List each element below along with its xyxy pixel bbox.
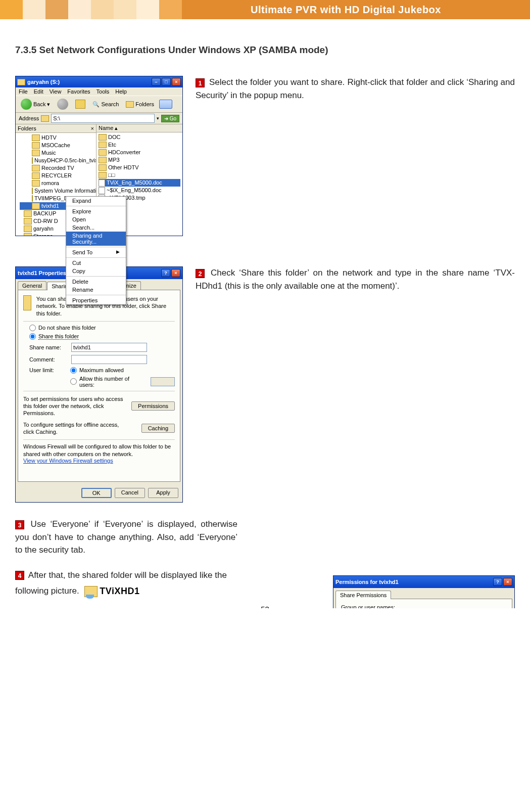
folder-icon: [32, 195, 33, 202]
context-item[interactable]: Sharing and Security...: [66, 232, 126, 246]
tree-item[interactable]: NusyDHCP-0.5rc-bin_tvix: [20, 157, 96, 164]
section-heading: 7.3.5 Set Network Configurations Under W…: [15, 44, 515, 56]
folder-icon: [24, 210, 32, 217]
views-button[interactable]: [159, 100, 172, 109]
drive-icon: [17, 79, 25, 85]
file-item[interactable]: □□: [99, 171, 180, 179]
search-button[interactable]: 🔍 Search: [90, 100, 121, 109]
folder-icon: [99, 164, 107, 171]
file-item[interactable]: Etc: [99, 141, 180, 149]
folder-icon: [32, 203, 40, 209]
address-icon: [41, 115, 49, 122]
tree-item[interactable]: Music: [20, 149, 96, 157]
context-item[interactable]: Copy: [66, 267, 126, 275]
folder-icon: [24, 233, 32, 236]
context-menu[interactable]: ExpandExploreOpenSearch...Sharing and Se…: [66, 196, 126, 305]
column-name[interactable]: Name: [99, 125, 113, 131]
tab-share-permissions[interactable]: Share Permissions: [335, 591, 391, 599]
tree-item[interactable]: RECYCLER: [20, 172, 96, 179]
menu-edit[interactable]: Edit: [34, 88, 43, 95]
folder-icon: [24, 225, 32, 232]
back-icon: [21, 99, 32, 110]
permissions-titlebar[interactable]: Permissions for tvixhd1 ? ×: [333, 576, 514, 588]
firewall-link[interactable]: View your Windows Firewall settings: [23, 458, 113, 464]
header-decoration: [0, 0, 182, 19]
tree-item[interactable]: romora: [20, 179, 96, 187]
folder-icon: [32, 180, 40, 187]
explorer-toolbar: Back ▾ 🔍 Search Folders: [16, 96, 182, 113]
context-item[interactable]: Delete: [66, 278, 126, 286]
context-item[interactable]: Expand: [66, 197, 126, 205]
group-names-label: Group or user names:: [341, 604, 507, 608]
go-button[interactable]: ➜ Go: [161, 115, 179, 122]
tree-item[interactable]: System Volume Information: [20, 187, 96, 195]
step-4-badge: 4: [15, 571, 24, 580]
option-share-this-folder[interactable]: Share this folder: [29, 333, 175, 340]
folders-pane-close[interactable]: ×: [91, 125, 94, 131]
folders-button[interactable]: Folders: [124, 100, 156, 109]
menu-view[interactable]: View: [50, 88, 62, 95]
file-item[interactable]: MP3: [99, 156, 180, 164]
permissions-dialog: Permissions for tvixhd1 ? × Share Permis…: [333, 575, 515, 608]
context-item[interactable]: Search...: [66, 223, 126, 232]
minimize-button[interactable]: –: [152, 78, 161, 86]
help-button[interactable]: ?: [493, 578, 502, 586]
ok-button[interactable]: OK: [81, 488, 112, 498]
folders-pane-title: Folders: [18, 125, 36, 131]
tree-item[interactable]: MSOCache: [20, 142, 96, 149]
option-do-not-share[interactable]: Do not share this folder: [29, 325, 175, 331]
maximize-button[interactable]: □: [162, 78, 171, 86]
tree-item[interactable]: Recorded TV: [20, 164, 96, 172]
file-item[interactable]: TViX_Eng_M5000.doc: [99, 179, 180, 187]
context-item[interactable]: Cut: [66, 259, 126, 267]
option-allow-number[interactable]: Allow this number of users:: [70, 376, 175, 388]
menu-help[interactable]: Help: [115, 88, 127, 95]
up-button[interactable]: [73, 99, 87, 110]
properties-title: tvixhd1 Properties: [18, 270, 66, 276]
menu-favorites[interactable]: Favorites: [67, 88, 90, 95]
option-max-allowed[interactable]: Maximum allowed: [70, 367, 175, 374]
explorer-menubar[interactable]: File Edit View Favorites Tools Help: [16, 87, 182, 96]
file-list[interactable]: DOCEtcHDConverterMP3Other HDTV□□TViX_Eng…: [97, 132, 182, 203]
folder-icon: [126, 101, 134, 108]
comment-label: Comment:: [29, 356, 67, 363]
folder-icon: [99, 157, 107, 163]
file-item[interactable]: ~$iX_Eng_M5000.doc: [99, 187, 180, 194]
forward-button[interactable]: [55, 98, 70, 111]
explorer-title: garyahn (S:): [27, 79, 60, 85]
shared-folder-icon: [84, 586, 98, 597]
caching-button[interactable]: Caching: [141, 424, 175, 433]
apply-button[interactable]: Apply: [148, 488, 178, 498]
folder-icon: [99, 149, 107, 156]
folder-icon: [32, 157, 33, 164]
back-button[interactable]: Back ▾: [19, 98, 52, 111]
file-item[interactable]: DOC: [99, 133, 180, 141]
permissions-button[interactable]: Permissions: [131, 401, 175, 411]
tree-item[interactable]: HDTV: [20, 134, 96, 142]
close-button[interactable]: ×: [171, 269, 180, 277]
explorer-titlebar[interactable]: garyahn (S:) – □ ×: [16, 76, 182, 87]
close-button[interactable]: ×: [503, 578, 512, 586]
firewall-text: Windows Firewall will be configured to a…: [23, 443, 175, 458]
folder-icon: [99, 172, 107, 178]
help-button[interactable]: ?: [161, 269, 170, 277]
context-item[interactable]: Explore: [66, 207, 126, 215]
address-input[interactable]: [51, 114, 155, 123]
page-header: Ultimate PVR with HD Digital Jukebox: [0, 0, 530, 19]
comment-input[interactable]: [71, 355, 147, 364]
menu-tools[interactable]: Tools: [97, 88, 110, 95]
forward-icon: [57, 99, 68, 110]
tab-general[interactable]: General: [18, 281, 46, 290]
context-item[interactable]: Send To▶: [66, 248, 126, 256]
context-item[interactable]: Open: [66, 215, 126, 223]
file-item[interactable]: Other HDTV: [99, 164, 180, 171]
user-count-spinner[interactable]: [151, 377, 175, 386]
folder-icon: [32, 134, 40, 141]
context-item[interactable]: Properties: [66, 296, 126, 304]
cancel-button[interactable]: Cancel: [115, 488, 145, 498]
close-button[interactable]: ×: [172, 78, 181, 86]
share-name-input[interactable]: [71, 343, 147, 352]
context-item[interactable]: Rename: [66, 286, 126, 294]
file-item[interactable]: HDConverter: [99, 149, 180, 156]
menu-file[interactable]: File: [19, 88, 28, 95]
